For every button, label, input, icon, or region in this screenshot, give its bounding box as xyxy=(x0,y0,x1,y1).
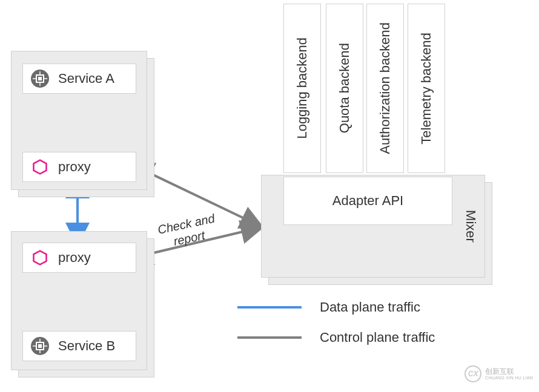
telemetry-backend-box: Telemetry backend xyxy=(408,4,445,173)
svg-marker-13 xyxy=(34,251,47,265)
service-a-node: Service A xyxy=(22,64,136,94)
proxy-b-node: proxy xyxy=(22,243,136,273)
legend-control-plane-label: Control plane traffic xyxy=(320,330,435,345)
check-report-annotation: Check and report xyxy=(156,211,219,252)
proxy-a-node: proxy xyxy=(22,152,136,182)
chip-icon xyxy=(30,336,50,356)
legend: Data plane traffic Control plane traffic xyxy=(237,299,435,360)
watermark-en: CHUANG XIN HU LIAN xyxy=(485,376,533,381)
watermark-icon: CX xyxy=(465,365,481,382)
svg-marker-12 xyxy=(34,160,47,174)
service-group-b: proxy Service B xyxy=(11,231,147,370)
legend-line-blue xyxy=(237,306,302,309)
legend-data-plane-label: Data plane traffic xyxy=(320,299,420,315)
service-b-label: Service B xyxy=(58,338,115,354)
logging-backend-label: Logging backend xyxy=(294,38,310,139)
authorization-backend-box: Authorization backend xyxy=(366,4,404,173)
legend-control-plane: Control plane traffic xyxy=(237,330,435,345)
hexagon-icon xyxy=(30,157,50,177)
quota-backend-box: Quota backend xyxy=(326,4,363,173)
mixer-label: Mixer xyxy=(463,210,478,243)
authorization-backend-label: Authorization backend xyxy=(377,22,393,154)
hexagon-icon xyxy=(30,248,50,267)
logging-backend-box: Logging backend xyxy=(283,4,321,173)
chip-icon xyxy=(30,69,50,88)
proxy-a-label: proxy xyxy=(58,159,91,175)
telemetry-backend-label: Telemetry backend xyxy=(418,33,434,145)
adapter-api-box: Adapter API xyxy=(283,177,452,225)
watermark: CX 创新互联 CHUANG XIN HU LIAN xyxy=(465,365,533,382)
legend-line-gray xyxy=(237,336,302,339)
service-group-a: Service A proxy xyxy=(11,51,147,190)
proxy-b-label: proxy xyxy=(58,250,91,266)
svg-rect-7 xyxy=(38,77,42,80)
service-a-label: Service A xyxy=(58,71,114,87)
watermark-cn: 创新互联 xyxy=(485,368,533,376)
legend-data-plane: Data plane traffic xyxy=(237,299,435,315)
adapter-api-label: Adapter API xyxy=(332,193,403,209)
service-b-node: Service B xyxy=(22,331,136,361)
mixer-box: Mixer Adapter API xyxy=(261,175,485,278)
svg-rect-16 xyxy=(38,344,42,348)
quota-backend-label: Quota backend xyxy=(337,43,352,133)
